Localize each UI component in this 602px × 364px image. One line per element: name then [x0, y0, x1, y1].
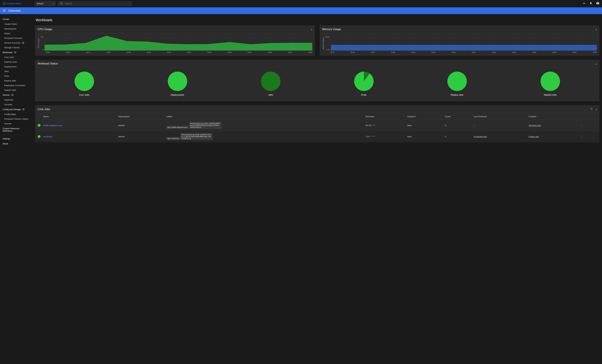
table-header[interactable]: Created ↑	[527, 113, 579, 120]
status-item[interactable]: Cron Jobs	[75, 72, 94, 96]
sidebar-item[interactable]: Jobs	[0, 69, 32, 74]
status-item[interactable]: Stateful Sets	[541, 72, 560, 96]
table-row: ✓ traefik-adguard-sync default app: trae…	[35, 120, 599, 131]
sidebar-heading-cluster[interactable]: Cluster	[0, 17, 32, 22]
status-item[interactable]: Pods	[354, 72, 374, 96]
resource-link[interactable]: traefik-adguard-sync	[43, 124, 62, 127]
status-label: Jobs	[268, 94, 273, 96]
status-ok-icon: ✓	[38, 124, 41, 127]
page-title: Workloads	[36, 18, 599, 22]
search-icon	[60, 2, 63, 5]
sidebar-item[interactable]: Deployments	[0, 64, 32, 69]
filter-button[interactable]	[590, 107, 593, 111]
sidebar-item[interactable]: Namespaces	[0, 26, 32, 31]
status-pie	[541, 72, 560, 91]
svg-marker-0	[3, 2, 6, 5]
plus-icon	[582, 2, 585, 5]
collapse-button[interactable]: ▴	[596, 108, 597, 111]
cpu-y-label: CPU (cores)	[38, 36, 40, 51]
sidebar-item[interactable]: Replica Sets	[0, 78, 32, 83]
last-schedule[interactable]: -	[474, 124, 474, 127]
sidebar-heading-crd[interactable]: Custom Resource Definitions	[0, 126, 32, 134]
row-menu-button[interactable]: ⋮	[580, 124, 583, 127]
mem-y-label: Memory (bytes)	[322, 36, 324, 51]
main-content: Workloads CPU Usage ▴ CPU (cores) 0.50 1…	[32, 14, 602, 364]
kubernetes-icon	[3, 2, 6, 5]
cron-jobs-card: Cron Jobs ▴ NameNamespaceLabelsScheduleS…	[35, 105, 599, 142]
status-item[interactable]: Jobs	[261, 72, 280, 96]
badge-n: N	[14, 51, 17, 53]
topbar: kubernetes default	[0, 0, 602, 7]
menu-toggle[interactable]	[3, 9, 6, 13]
label-chip: fluxcd.io/sync-gc-mark: sha256.CTsuE_o_f…	[180, 133, 213, 140]
workload-status-title: Workload Status	[38, 62, 58, 65]
svg-point-1	[4, 3, 5, 4]
create-button[interactable]	[582, 2, 585, 5]
status-label: Cron Jobs	[79, 94, 89, 96]
sidebar-item[interactable]: Config Maps	[0, 112, 32, 117]
table-header[interactable]: Namespace	[117, 113, 165, 120]
mem-card-title: Memory Usage	[322, 28, 341, 31]
logo[interactable]: kubernetes	[3, 2, 22, 5]
namespace-selected: default	[37, 2, 43, 5]
status-item[interactable]: Deployments	[168, 72, 187, 96]
status-pie	[75, 72, 94, 91]
user-icon	[596, 2, 599, 5]
table-header[interactable]: Active	[443, 113, 472, 120]
created-time[interactable]: 8 days ago	[528, 135, 539, 138]
sidebar-item[interactable]: Pods	[0, 74, 32, 78]
topbar-actions	[582, 2, 599, 6]
sidebar-item[interactable]: Services	[0, 102, 32, 107]
collapse-button[interactable]: ▴	[311, 28, 312, 31]
sidebar-item[interactable]: Cron Jobs	[0, 55, 32, 60]
search-box[interactable]	[58, 1, 132, 6]
table-header[interactable]: Name	[42, 113, 117, 120]
status-pie	[447, 72, 467, 91]
last-schedule[interactable]: 4 minutes ago	[474, 135, 487, 138]
sidebar-item[interactable]: Cluster Roles	[0, 22, 32, 26]
sidebar-item[interactable]: Secrets	[0, 121, 32, 126]
bluebar: Overview	[0, 7, 602, 14]
status-item[interactable]: Replica Sets	[447, 72, 467, 96]
hamburger-icon	[3, 9, 6, 12]
row-menu-button[interactable]: ⋮	[580, 135, 583, 138]
sidebar-item[interactable]: Storage Classes	[0, 45, 32, 50]
status-label: Replica Sets	[451, 94, 463, 96]
sidebar-item[interactable]: Ingresses	[0, 97, 32, 102]
sidebar-heading-service[interactable]: ServiceN	[0, 93, 32, 97]
brand-text: kubernetes	[7, 2, 22, 5]
created-time[interactable]: 16 hours ago	[528, 124, 541, 127]
status-ok-icon: ✓	[38, 135, 41, 138]
collapse-button[interactable]: ▴	[596, 62, 597, 65]
table-row: ✓ nextcloud default app: nextcloudfluxcd…	[35, 131, 599, 142]
badge-n: N	[22, 108, 25, 110]
label-chip: app: nextcloud	[166, 137, 180, 140]
table-header[interactable]: Schedule	[364, 113, 406, 120]
sidebar-item-settings[interactable]: Settings	[0, 136, 32, 141]
memory-usage-card: Memory Usage ▴ Memory (bytes) 10 Gi0 Gi …	[320, 25, 599, 56]
collapse-button[interactable]: ▴	[596, 28, 597, 31]
table-header[interactable]: Labels	[165, 113, 364, 120]
user-menu[interactable]	[596, 2, 599, 6]
sidebar-item[interactable]: Stateful Sets	[0, 88, 32, 93]
sidebar-item-about[interactable]: About	[0, 141, 32, 146]
sidebar-item[interactable]: Service Accounts N	[0, 41, 32, 45]
label-chip: fluxcd.io/sync-gc-mark: sha256.oN63iwnCG…	[189, 122, 221, 129]
status-label: Stateful Sets	[544, 94, 557, 96]
sidebar-item[interactable]: Replication Controllers	[0, 83, 32, 88]
cpu-card-title: CPU Usage	[38, 28, 52, 31]
namespace-select[interactable]: default	[34, 1, 56, 6]
search-input[interactable]	[65, 2, 130, 5]
sidebar-item[interactable]: Nodes	[0, 31, 32, 36]
sidebar-heading-config[interactable]: Config and StorageN	[0, 107, 32, 112]
sidebar-item[interactable]: Daemon Sets	[0, 60, 32, 64]
resource-link[interactable]: nextcloud	[43, 135, 52, 138]
mem-chart	[331, 36, 597, 51]
sidebar-item[interactable]: Persistent Volumes	[0, 36, 32, 41]
sidebar-item[interactable]: Persistent Volume Claims	[0, 117, 32, 121]
table-header[interactable]: Suspend	[406, 113, 443, 120]
cpu-usage-card: CPU Usage ▴ CPU (cores) 0.50 18:3518:361…	[35, 25, 315, 56]
sidebar-heading-workloads[interactable]: WorkloadsN	[0, 50, 32, 55]
table-header[interactable]: Last Schedule	[472, 113, 527, 120]
notifications-button[interactable]	[589, 2, 592, 5]
